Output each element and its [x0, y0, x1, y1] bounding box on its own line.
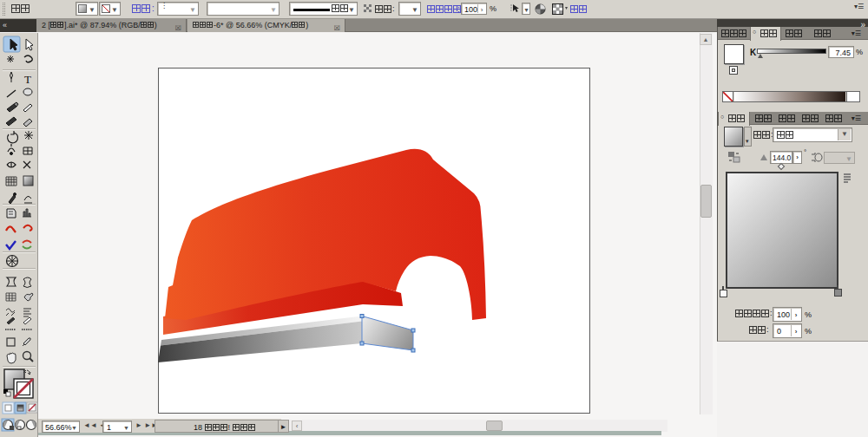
- svg-text:T: T: [24, 73, 31, 86]
